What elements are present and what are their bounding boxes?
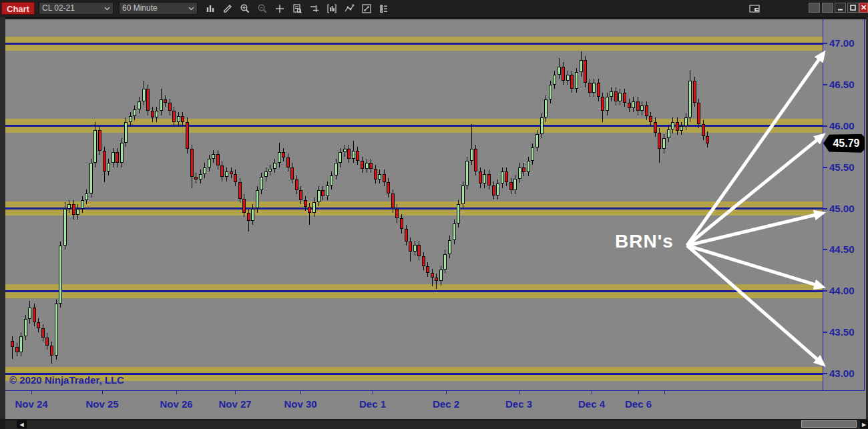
candle-body [435,278,438,281]
candle-body [238,182,242,199]
price-levels-icon[interactable] [307,3,322,15]
candle-body [405,229,408,242]
candle-body [492,185,495,195]
date-tick [235,390,236,394]
candle-body [321,190,324,196]
candle-body [264,171,268,177]
date-tick-label: Nov 27 [218,398,251,410]
candle-body [45,338,49,346]
candle-body [501,171,504,184]
candle-body [116,152,119,163]
candle-body [37,322,40,328]
chevron-down-icon [188,7,194,11]
candle-body [282,152,285,157]
scroll-right-button[interactable]: ▶ [860,420,868,428]
window-pin-icon[interactable] [822,3,833,13]
window-tab-icon[interactable] [809,3,820,13]
scroll-left-button[interactable]: ◀ [17,420,27,428]
close-button[interactable]: ✕ [859,3,868,13]
candle-body [278,152,281,163]
chart-trader-icon[interactable] [324,3,339,15]
candle-body [465,161,469,185]
instrument-link-icon[interactable] [748,3,763,15]
horizontal-scrollbar[interactable]: ◀ ▶ [0,419,868,429]
candle-body [129,116,132,122]
pencil-icon[interactable] [220,3,235,15]
maximize-button[interactable] [847,3,859,13]
candle-body [365,163,369,169]
candle-body [330,175,333,185]
date-axis-border [5,390,865,391]
candle-body [426,266,429,273]
candle-body [610,91,613,97]
candle-body [400,218,403,229]
candle-body [230,171,233,174]
zoom-in-icon[interactable] [238,3,252,15]
candle-body [63,209,67,246]
last-price-badge: 45.79 [823,134,865,153]
candle-body [535,134,539,147]
interval-select[interactable]: 60 Minute [119,2,198,15]
candle-body [216,154,220,165]
candle-body [160,99,163,111]
candle-body [339,152,342,163]
candle-body [155,111,158,117]
minimize-button[interactable] [835,3,846,13]
candle-body [667,129,670,139]
candle-wick [12,336,13,358]
candle-body [680,126,683,131]
candle-body [597,83,600,97]
candle-body [409,242,412,252]
candle-body [676,122,679,131]
candle-body [172,111,176,121]
candle-body [549,85,552,99]
copyright-text: © 2020 NinjaTrader, LLC [9,374,124,386]
scrollbar-track[interactable] [5,420,867,429]
zoom-out-icon[interactable] [255,3,270,15]
candle-body [151,111,154,117]
candle-body [645,105,648,116]
candle-body [453,224,456,240]
chart-canvas[interactable] [5,19,823,390]
candle-body [636,101,640,111]
date-tick [176,390,177,394]
price-axis-border [823,19,823,390]
price-tick [823,332,827,333]
candle-body [417,245,421,256]
candle-body [142,89,146,101]
indicators-icon[interactable] [342,3,357,15]
data-box-icon[interactable] [290,3,304,15]
candle-body [11,341,14,348]
candle-body [28,308,31,319]
candle-body [181,116,184,122]
candle-body [693,81,696,103]
candle-body [199,174,202,180]
date-tick [638,390,639,394]
brn-band-centerline [5,290,823,292]
candle-body [67,204,71,208]
chart-properties-icon[interactable] [359,3,374,15]
tab-chart[interactable]: Chart [1,2,35,15]
candle-body [220,165,224,177]
candle-body [335,163,338,175]
price-tick-label: 44.50 [829,244,865,255]
date-tick [446,390,447,394]
instrument-select[interactable]: CL 02-21 [39,2,114,15]
data-series-icon[interactable] [377,3,391,15]
brn-annotation-text[interactable]: BRN's [615,231,674,252]
toolbar: Chart CL 02-21 60 Minute [0,0,868,18]
date-tick-label: Dec 2 [433,398,459,410]
date-tick [300,390,301,394]
date-tick-label: Nov 24 [15,398,47,410]
candle-wick [309,203,310,225]
candle-body [33,308,36,322]
chart-style-icon[interactable] [203,3,218,15]
date-tick-label: Nov 26 [160,398,192,410]
candle-body [59,246,62,304]
brn-band-centerline [5,43,823,45]
scrollbar-thumb[interactable] [801,420,857,428]
chevron-down-icon [104,7,110,11]
candle-body [479,171,482,184]
crosshair-icon[interactable] [272,3,287,15]
candle-body [614,91,618,101]
